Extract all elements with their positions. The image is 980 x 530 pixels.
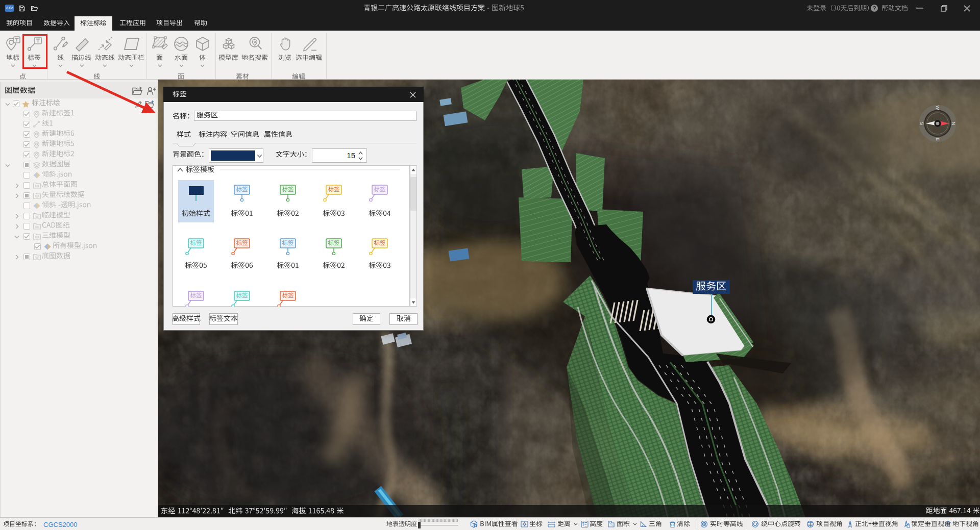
svg-text:W: W xyxy=(935,106,940,110)
svg-text:N: N xyxy=(951,122,956,125)
svg-text:E: E xyxy=(935,138,940,141)
svg-text:S: S xyxy=(919,122,924,125)
